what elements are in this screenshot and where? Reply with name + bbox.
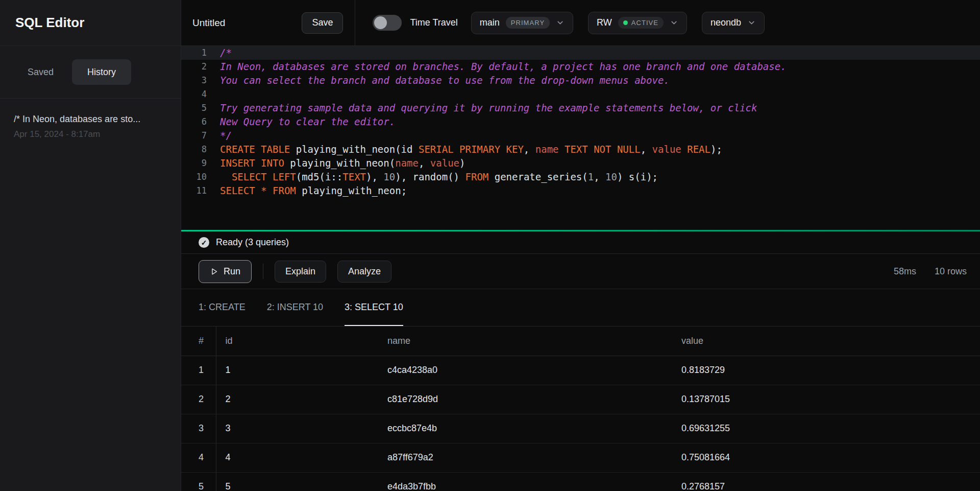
editor-line[interactable]: 5Try generating sample data and querying… [181, 101, 980, 115]
page-title: SQL Editor [0, 0, 181, 46]
result-tab-1[interactable]: 1: CREATE [199, 289, 246, 326]
topbar-divider [355, 0, 355, 45]
active-badge: ACTIVE [618, 17, 664, 29]
line-number: 3 [181, 74, 215, 87]
code-text: You can select the branch and database t… [215, 74, 670, 87]
sql-code-editor[interactable]: 1/*2In Neon, databases are stored on bra… [181, 46, 980, 230]
main-panel: Untitled Save Time Travel main PRIMARY R… [181, 0, 980, 491]
table-row: 11c4ca4238a00.8183729 [181, 356, 980, 385]
sidebar-tabs: SavedHistory [0, 46, 181, 99]
result-tabs: 1: CREATE2: INSERT 103: SELECT 10 [181, 289, 980, 326]
result-tab-2[interactable]: 2: INSERT 10 [267, 289, 323, 326]
table-cell: 0.69631255 [672, 414, 980, 443]
history-item[interactable]: /* In Neon, databases are sto...Apr 15, … [0, 114, 181, 139]
code-text: Try generating sample data and querying … [215, 101, 757, 115]
chevron-down-icon [747, 18, 756, 27]
explain-button[interactable]: Explain [275, 261, 326, 283]
query-duration: 58ms [894, 266, 916, 277]
table-row: 55e4da3b7fbb0.2768157 [181, 472, 980, 491]
status-bar: ✓ Ready (3 queries) [181, 231, 980, 254]
row-number-cell: 5 [181, 472, 216, 491]
sidebar: SQL Editor SavedHistory /* In Neon, data… [0, 0, 181, 491]
line-number: 10 [181, 170, 215, 184]
line-number: 9 [181, 156, 215, 170]
result-tab-3[interactable]: 3: SELECT 10 [345, 289, 403, 326]
actions-bar: Run Explain Analyze 58ms 10 rows [181, 254, 980, 289]
code-text: SELECT LEFT(md5(i::TEXT), 10), random() … [215, 170, 658, 184]
column-header: name [378, 326, 672, 356]
editor-line[interactable]: 10 SELECT LEFT(md5(i::TEXT), 10), random… [181, 170, 980, 184]
editor-line[interactable]: 2In Neon, databases are stored on branch… [181, 60, 980, 74]
line-number: 7 [181, 129, 215, 143]
play-icon [210, 267, 218, 276]
editor-line[interactable]: 6New Query to clear the editor. [181, 115, 980, 129]
primary-badge: PRIMARY [506, 17, 550, 29]
code-text: New Query to clear the editor. [215, 115, 395, 129]
run-button[interactable]: Run [199, 260, 252, 283]
chevron-down-icon [670, 18, 678, 27]
results-table: #idnamevalue 11c4ca4238a00.818372922c81e… [181, 326, 980, 491]
compute-dropdown[interactable]: RW ACTIVE [588, 12, 687, 34]
line-number: 8 [181, 143, 215, 156]
branch-dropdown[interactable]: main PRIMARY [471, 12, 573, 34]
code-text: */ [215, 129, 232, 143]
query-meta: 58ms 10 rows [894, 266, 967, 277]
line-number: 6 [181, 115, 215, 129]
editor-line[interactable]: 7*/ [181, 129, 980, 143]
history-list: /* In Neon, databases are sto...Apr 15, … [0, 99, 181, 155]
editor-line[interactable]: 9INSERT INTO playing_with_neon(name, val… [181, 156, 980, 170]
table-cell: 0.13787015 [672, 385, 980, 414]
table-row: 22c81e728d9d0.13787015 [181, 385, 980, 414]
time-travel-toggle[interactable] [373, 15, 402, 31]
database-name: neondb [710, 17, 741, 28]
status-text: Ready (3 queries) [216, 237, 289, 248]
result-row-count: 10 rows [935, 266, 967, 277]
actions-divider [263, 264, 263, 279]
topbar: Untitled Save Time Travel main PRIMARY R… [181, 0, 980, 46]
history-item-date: Apr 15, 2024 - 8:17am [14, 129, 167, 139]
run-button-label: Run [224, 266, 240, 277]
table-cell: 2 [216, 385, 378, 414]
table-cell: 1 [216, 356, 378, 385]
sidebar-tab-saved[interactable]: Saved [12, 59, 69, 85]
table-cell: e4da3b7fbb [378, 472, 672, 491]
editor-line[interactable]: 8CREATE TABLE playing_with_neon(id SERIA… [181, 143, 980, 156]
active-status-dot [623, 20, 628, 25]
sql-editor-app: SQL Editor SavedHistory /* In Neon, data… [0, 0, 980, 491]
database-dropdown[interactable]: neondb [702, 12, 765, 34]
editor-line[interactable]: 4 [181, 87, 980, 101]
editor-line[interactable]: 1/* [181, 46, 980, 60]
branch-name: main [480, 17, 500, 28]
line-number: 11 [181, 184, 215, 198]
code-text: CREATE TABLE playing_with_neon(id SERIAL… [215, 143, 722, 156]
table-cell: 0.8183729 [672, 356, 980, 385]
row-number-cell: 1 [181, 356, 216, 385]
code-text: INSERT INTO playing_with_neon(name, valu… [215, 156, 465, 170]
analyze-button[interactable]: Analyze [337, 261, 391, 283]
sidebar-tab-history[interactable]: History [72, 59, 131, 85]
save-button[interactable]: Save [302, 12, 343, 34]
table-cell: 0.2768157 [672, 472, 980, 491]
code-text: SELECT * FROM playing_with_neon; [215, 184, 407, 198]
editor-line[interactable]: 3You can select the branch and database … [181, 74, 980, 87]
row-number-cell: 3 [181, 414, 216, 443]
column-header: value [672, 326, 980, 356]
table-cell: c81e728d9d [378, 385, 672, 414]
toggle-knob [374, 16, 387, 29]
compute-name: RW [597, 17, 612, 28]
time-travel-label: Time Travel [410, 17, 457, 28]
query-title: Untitled [192, 17, 225, 29]
table-cell: eccbc87e4b [378, 414, 672, 443]
table-cell: 0.75081664 [672, 443, 980, 472]
table-cell: 4 [216, 443, 378, 472]
chevron-down-icon [556, 18, 565, 27]
history-item-title: /* In Neon, databases are sto... [14, 114, 167, 125]
line-number: 5 [181, 101, 215, 115]
code-text [215, 87, 220, 101]
column-header: id [216, 326, 378, 356]
line-number: 2 [181, 60, 215, 74]
code-text: In Neon, databases are stored on branche… [215, 60, 787, 74]
editor-line[interactable]: 11SELECT * FROM playing_with_neon; [181, 184, 980, 198]
active-badge-label: ACTIVE [631, 19, 658, 27]
table-cell: 5 [216, 472, 378, 491]
